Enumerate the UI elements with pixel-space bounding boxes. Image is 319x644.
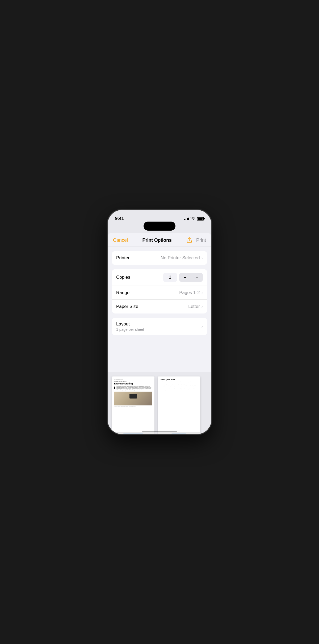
- layout-card: Layout 1 page per sheet ›: [112, 318, 207, 335]
- page2-title: Donec Quis Nunc: [160, 379, 198, 380]
- copies-control: 1 − +: [163, 273, 203, 282]
- copies-increment-button[interactable]: +: [191, 273, 203, 282]
- copies-value-display: 1: [163, 273, 177, 282]
- options-card: Copies 1 − +: [112, 269, 207, 313]
- copies-value: 1: [169, 275, 171, 280]
- copies-row: Copies 1 − +: [112, 269, 207, 286]
- print-options-sheet: Cancel Print Options Print Printer: [108, 233, 211, 434]
- cancel-button[interactable]: Cancel: [113, 238, 128, 243]
- paper-size-label: Paper Size: [116, 304, 138, 309]
- printer-row[interactable]: Printer No Printer Selected ›: [112, 251, 207, 265]
- printer-value-group: No Printer Selected ›: [161, 255, 203, 261]
- preview-page-2[interactable]: Donec Quis Nunc Consectetuer arcu ipsum …: [158, 376, 200, 434]
- range-label: Range: [116, 290, 129, 295]
- page1-body: Lorem ipsum dolor sit amet, figura suspe…: [117, 386, 152, 391]
- sheet-content: Printer No Printer Selected › Copies: [108, 247, 211, 372]
- print-button[interactable]: Print: [196, 238, 206, 243]
- page1-badge: ✓ Page 1 of 2: [121, 434, 145, 434]
- layout-chevron-icon: ›: [202, 324, 203, 329]
- printer-value: No Printer Selected: [161, 255, 200, 261]
- page1-subtitle: Simple Home Styling: [114, 380, 152, 382]
- page1-caption: Lorem dolor aliut arcu lipte suspendise …: [114, 406, 152, 407]
- page2-footer: ✓ Page 2: [158, 432, 200, 434]
- page1-small-text: Lorem ipsum dolor: [114, 379, 152, 380]
- status-icons: [184, 217, 204, 221]
- paper-size-value-group: Letter ›: [188, 304, 203, 309]
- dynamic-island: [144, 222, 175, 231]
- print-preview-area: Lorem ipsum dolor Simple Home Styling Ea…: [108, 372, 211, 434]
- paper-size-row[interactable]: Paper Size Letter ›: [112, 300, 207, 313]
- copies-decrement-button[interactable]: −: [179, 273, 191, 282]
- page1-dropcap: L Lorem ipsum dolor sit amet, figura sus…: [114, 386, 152, 391]
- layout-label: Layout: [116, 321, 144, 327]
- range-value: Pages 1-2: [179, 290, 200, 295]
- paper-size-chevron-icon: ›: [202, 304, 203, 309]
- status-time: 9:41: [115, 216, 124, 221]
- copies-label: Copies: [116, 275, 130, 280]
- page1-title: Easy Decorating: [114, 382, 152, 385]
- layout-text-group: Layout 1 page per sheet: [116, 321, 144, 332]
- phone-frame: 9:41: [108, 210, 211, 434]
- copies-stepper: − +: [179, 273, 203, 282]
- header-actions: Print: [186, 237, 206, 243]
- paper-size-value: Letter: [188, 304, 200, 309]
- page1-footer: ✓ Page 1 of 2: [112, 432, 154, 434]
- range-value-group: Pages 1-2 ›: [179, 290, 203, 295]
- sheet-title: Print Options: [142, 238, 171, 243]
- range-chevron-icon: ›: [202, 290, 203, 295]
- sheet-header: Cancel Print Options Print: [108, 233, 211, 247]
- page2-badge: ✓ Page 2: [170, 434, 188, 434]
- share-icon[interactable]: [186, 237, 192, 243]
- screen: 9:41: [108, 210, 211, 434]
- range-row[interactable]: Range Pages 1-2 ›: [112, 286, 207, 300]
- signal-icon: [184, 217, 189, 220]
- home-indicator: [142, 431, 177, 432]
- printer-chevron-icon: ›: [202, 256, 203, 260]
- page2-body: Consectetuer arcu ipsum ornare pellentes…: [160, 382, 198, 392]
- page1-image: [114, 392, 152, 405]
- printer-card: Printer No Printer Selected ›: [112, 251, 207, 265]
- printer-label: Printer: [116, 255, 129, 261]
- layout-sublabel: 1 page per sheet: [116, 327, 144, 332]
- layout-row[interactable]: Layout 1 page per sheet ›: [112, 318, 207, 335]
- preview-page-1[interactable]: Lorem ipsum dolor Simple Home Styling Ea…: [112, 376, 154, 434]
- wifi-icon: [191, 217, 195, 220]
- battery-icon: [197, 217, 204, 221]
